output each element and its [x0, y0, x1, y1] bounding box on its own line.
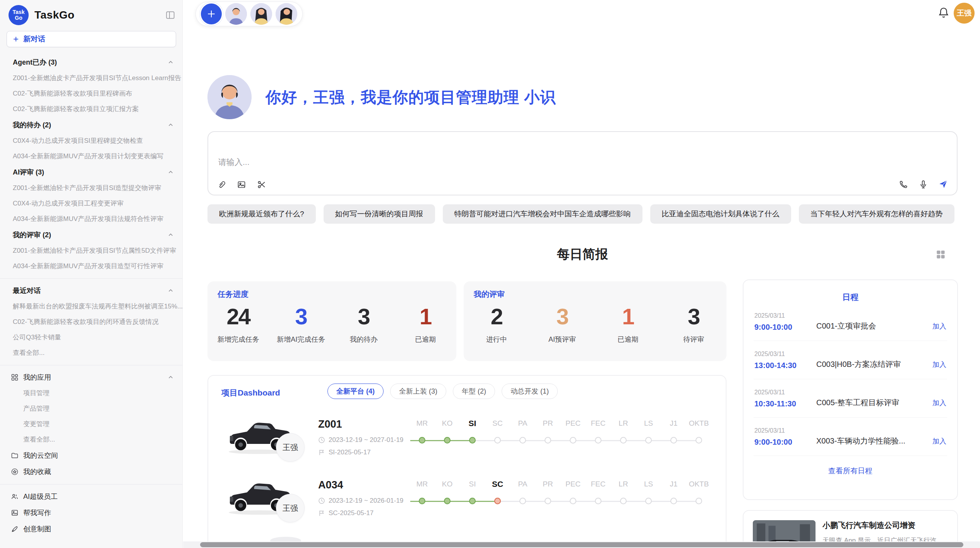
list-item[interactable]: C02-飞腾新能源轻客改款项目里程碑画布 [0, 86, 182, 101]
agent-avatar[interactable] [276, 3, 297, 25]
chevron-up-icon[interactable] [168, 288, 174, 294]
view-all-schedule[interactable]: 查看所有日程 [754, 466, 947, 476]
milestone-label: PR [535, 479, 560, 489]
schedule-time: 10:30-11:30 [754, 399, 816, 408]
schedule-item[interactable]: 2025/03/11 10:30-11:30 C005-整车工程目标评审 加入 [754, 379, 947, 418]
schedule-date: 2025/03/11 [754, 351, 816, 358]
list-item[interactable]: C0X4-动力总成开发项目工程变更评审 [0, 196, 182, 211]
add-agent-button[interactable] [201, 3, 222, 24]
stat-item: 3 新增AI完成任务 [277, 305, 325, 344]
chevron-up-icon[interactable] [168, 169, 174, 175]
dashboard-filters: 全新平台 (4) 全新上装 (3) 年型 (2) 动总开发 (1) [327, 384, 558, 399]
divider [0, 365, 182, 365]
chevron-up-icon[interactable] [168, 374, 174, 380]
suggestion-chip[interactable]: 比亚迪全固态电池计划具体说了什么 [650, 204, 791, 224]
filter-chip[interactable]: 年型 (2) [453, 384, 495, 399]
sidebar-item-creative-draw[interactable]: 创意制图 [0, 521, 182, 537]
stat-value: 3 [539, 305, 586, 328]
milestone-dot [444, 437, 451, 444]
filter-chip[interactable]: 动总开发 (1) [502, 384, 558, 399]
schedule-time: 9:00-10:00 [754, 438, 816, 447]
schedule-name: C003|H0B-方案冻结评审 [816, 359, 932, 370]
milestone-dot [419, 498, 425, 504]
milestone-labels: MR KO SI SC PA PR PEC FEC LR LS J1 OKTB [409, 418, 711, 428]
list-item[interactable]: Z001-全新燃油轻卡产品开发项目SI造型提交物评审 [0, 180, 182, 196]
join-link[interactable]: 加入 [932, 437, 946, 447]
view-all-apps[interactable]: 查看全部... [0, 432, 182, 447]
list-item[interactable]: 公司Q3轻卡销量 [0, 330, 182, 345]
scissors-icon[interactable] [257, 180, 266, 189]
milestone-dot [570, 498, 576, 504]
join-link[interactable]: 加入 [932, 398, 946, 408]
briefing-title: 每日简报 [207, 246, 958, 262]
notification-bell-icon[interactable] [937, 6, 950, 19]
sidebar-item-my-apps[interactable]: 我的应用 [0, 369, 182, 385]
section-agent-done[interactable]: Agent已办 (3) [0, 54, 182, 70]
send-icon[interactable] [938, 179, 948, 189]
sidebar-item-change-mgmt[interactable]: 变更管理 [0, 416, 182, 432]
list-item[interactable]: C02-飞腾新能源轻客改款项目立项汇报方案 [0, 101, 182, 117]
milestone-dot [670, 498, 677, 504]
sidebar-item-favorites[interactable]: 我的收藏 [0, 464, 182, 480]
schedule-item[interactable]: 2025/03/11 13:00-14:30 C003|H0B-方案冻结评审 加… [754, 341, 947, 379]
composer-input[interactable] [208, 132, 957, 195]
sidebar-item-product-mgmt[interactable]: 产品管理 [0, 401, 182, 416]
sidebar-item-cloud-space[interactable]: 我的云空间 [0, 447, 182, 464]
suggestion-chip[interactable]: 如何写一份清晰的项目周报 [324, 204, 435, 224]
join-link[interactable]: 加入 [932, 360, 946, 370]
milestone-label: KO [435, 479, 460, 489]
list-item[interactable]: A034-全新新能源MUV产品开发项目造型可行性评审 [0, 259, 182, 274]
sidebar-collapse-icon[interactable] [165, 10, 175, 20]
agent-avatar[interactable] [225, 3, 247, 25]
image-icon[interactable] [237, 180, 246, 189]
pen-icon [11, 525, 19, 533]
list-item[interactable]: Z001-全新燃油皮卡产品开发项目SI节点Lesson Learn报告 [0, 70, 182, 86]
paperclip-icon[interactable] [217, 180, 226, 189]
milestone-label: SI [460, 479, 485, 489]
milestone-dot [419, 437, 425, 444]
schedule-item[interactable]: 2025/03/11 9:00-10:00 C001-立项审批会 加入 [754, 303, 947, 341]
filter-chip[interactable]: 全新平台 (4) [327, 384, 384, 399]
project-row[interactable]: 王强 A034 2023-12-19 ~ 2026-01-19 SC-2025-… [208, 469, 726, 528]
list-item[interactable]: 解释最新出台的欧盟报废车法规再生塑料比例被调至15%... [0, 299, 182, 314]
sidebar-item-project-mgmt[interactable]: 项目管理 [0, 385, 182, 401]
section-recent-chats[interactable]: 最近对话 [0, 283, 182, 299]
sidebar-item-write-helper[interactable]: 帮我写作 [0, 505, 182, 521]
stat-label: 进行中 [473, 335, 520, 344]
suggestion-chip[interactable]: 欧洲新规最近颁布了什么? [207, 204, 316, 224]
list-item[interactable]: C0X4-动力总成开发项目SI里程碑提交物检查 [0, 133, 182, 149]
milestone-dot [570, 437, 576, 444]
suggestion-chip[interactable]: 特朗普可能对进口汽车增税会对中国车企造成哪些影响 [443, 204, 642, 224]
list-item[interactable]: C02-飞腾新能源轻客改款项目的闭环通告反馈情况 [0, 314, 182, 330]
milestone-dot [469, 437, 476, 444]
list-item[interactable]: A034-全新新能源MUV产品开发项目计划变更表编写 [0, 149, 182, 164]
project-dates: 2023-12-19 ~ 2027-01-19 [318, 436, 403, 444]
section-my-todo[interactable]: 我的待办 (2) [0, 117, 182, 133]
user-avatar[interactable]: 王强 [954, 3, 975, 24]
microphone-icon[interactable] [918, 180, 928, 189]
stat-value: 24 [215, 305, 262, 328]
agent-avatar[interactable] [250, 3, 272, 25]
section-ai-review[interactable]: AI评审 (3) [0, 164, 182, 180]
list-item[interactable]: Z001-全新燃油轻卡产品开发项目SI节点属性5D文件评审 [0, 243, 182, 259]
project-row[interactable]: 王强 Z001 2023-12-19 ~ 2027-01-19 SI-2025-… [208, 408, 726, 467]
horizontal-scrollbar-thumb[interactable] [200, 542, 963, 547]
chevron-up-icon[interactable] [168, 122, 174, 128]
stat-value: 3 [341, 305, 387, 328]
list-item[interactable]: A034-全新新能源MUV产品开发项目法规符合性评审 [0, 211, 182, 227]
chevron-up-icon[interactable] [168, 59, 174, 65]
milestone-label: FEC [586, 418, 611, 428]
divider [0, 278, 182, 279]
section-my-review[interactable]: 我的评审 (2) [0, 227, 182, 243]
apps-grid-icon [11, 373, 19, 381]
join-link[interactable]: 加入 [932, 322, 946, 332]
suggestion-chip[interactable]: 当下年轻人对汽车外观有怎样的喜好趋势 [799, 204, 954, 224]
sidebar-item-ai-staff[interactable]: AI超级员工 [0, 488, 182, 505]
layout-grid-icon[interactable] [935, 249, 946, 260]
filter-chip[interactable]: 全新上装 (3) [390, 384, 446, 399]
phone-icon[interactable] [899, 180, 908, 189]
view-all-chats[interactable]: 查看全部... [0, 345, 182, 361]
schedule-item[interactable]: 2025/03/11 9:00-10:00 X003-车辆动力学性能验... 加… [754, 418, 947, 456]
new-chat-button[interactable]: + 新对话 [7, 31, 176, 47]
chevron-up-icon[interactable] [168, 232, 174, 238]
